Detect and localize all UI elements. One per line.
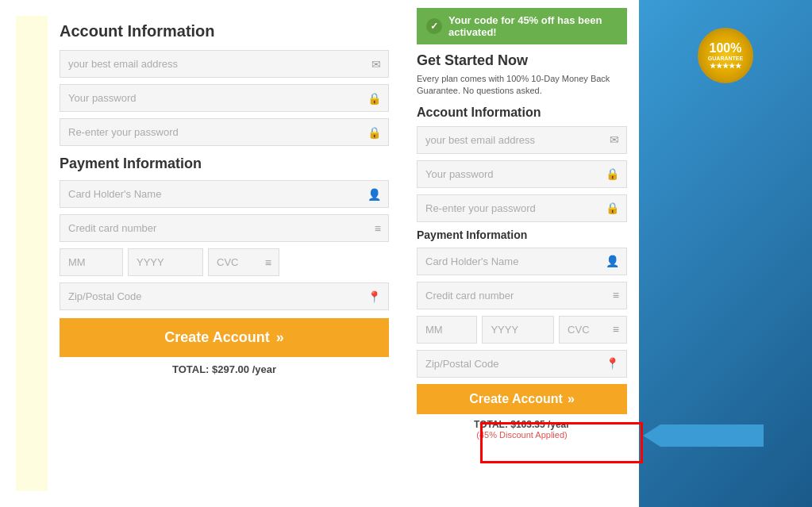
right-total-area: TOTAL: $163.35 /year (45% Discount Appli… bbox=[417, 419, 627, 440]
left-cvc-field[interactable]: ≡ bbox=[208, 248, 279, 276]
right-account-title: Account Information bbox=[417, 106, 627, 120]
location-icon-right: 📍 bbox=[606, 357, 619, 370]
card-icon: ≡ bbox=[375, 222, 381, 235]
left-payment-title: Payment Information bbox=[60, 156, 389, 172]
left-cardnumber-input[interactable] bbox=[60, 214, 389, 242]
left-email-field[interactable]: ✉ bbox=[60, 50, 389, 78]
left-mm-field[interactable] bbox=[60, 248, 123, 276]
left-date-row: ≡ bbox=[60, 248, 389, 276]
right-mm-input[interactable] bbox=[417, 316, 477, 344]
right-panel: ✓ Your code for 45% off has been activat… bbox=[405, 0, 812, 507]
card-icon-right: ≡ bbox=[613, 289, 619, 302]
right-password-field[interactable]: 🔒 bbox=[417, 160, 627, 188]
left-cardnumber-field[interactable]: ≡ bbox=[60, 214, 389, 242]
badge-circle: 100% GUARANTEE ★★★★★ bbox=[698, 28, 753, 83]
right-mm-field[interactable] bbox=[417, 316, 477, 344]
left-yyyy-field[interactable] bbox=[128, 248, 203, 276]
left-password-field[interactable]: 🔒 bbox=[60, 84, 389, 112]
left-zip-input[interactable] bbox=[60, 282, 389, 310]
discount-applied-label: (45% Discount Applied) bbox=[417, 430, 627, 440]
email-icon: ✉ bbox=[371, 58, 381, 71]
location-icon: 📍 bbox=[368, 290, 381, 303]
badge-guarantee: GUARANTEE bbox=[708, 56, 743, 62]
right-zip-input[interactable] bbox=[417, 350, 627, 378]
lock-icon-right: 🔒 bbox=[606, 167, 619, 180]
badge-100: 100% bbox=[710, 40, 742, 56]
left-password-input[interactable] bbox=[60, 84, 389, 112]
check-icon: ✓ bbox=[426, 18, 442, 34]
left-mm-input[interactable] bbox=[60, 248, 123, 276]
right-create-btn-icon: » bbox=[568, 392, 575, 406]
left-cardholder-input[interactable] bbox=[60, 180, 389, 208]
left-create-btn-label: Create Account bbox=[164, 329, 269, 346]
right-password-input[interactable] bbox=[417, 160, 627, 188]
lock-icon-2: 🔒 bbox=[368, 126, 381, 139]
arrow-tip bbox=[643, 424, 660, 447]
right-email-input[interactable] bbox=[417, 126, 627, 154]
right-total: TOTAL: $163.35 /year bbox=[417, 419, 627, 430]
get-started-sub: Every plan comes with 100% 10-Day Money … bbox=[417, 73, 627, 98]
right-cvc-field[interactable]: ≡ bbox=[559, 316, 627, 344]
left-create-account-button[interactable]: Create Account » bbox=[60, 318, 389, 357]
lock-icon-right-2: 🔒 bbox=[606, 202, 619, 214]
blue-arrow bbox=[643, 424, 764, 447]
right-cardnumber-input[interactable] bbox=[417, 282, 627, 309]
right-zip-field[interactable]: 📍 bbox=[417, 350, 627, 378]
right-create-account-button[interactable]: Create Account » bbox=[417, 384, 627, 414]
left-reenter-input[interactable] bbox=[60, 118, 389, 146]
yellow-sidebar bbox=[16, 16, 48, 491]
left-panel: Account Information ✉ 🔒 🔒 Payment Inform… bbox=[0, 0, 405, 507]
left-yyyy-input[interactable] bbox=[128, 248, 203, 276]
right-form-area: ✓ Your code for 45% off has been activat… bbox=[405, 0, 639, 507]
discount-text: Your code for 45% off has been activated… bbox=[448, 14, 618, 38]
right-reenter-field[interactable]: 🔒 bbox=[417, 194, 627, 222]
guarantee-badge: 100% GUARANTEE ★★★★★ bbox=[698, 28, 753, 83]
right-yyyy-field[interactable] bbox=[482, 316, 554, 344]
right-blue-area: 100% GUARANTEE ★★★★★ bbox=[639, 0, 812, 507]
left-zip-field[interactable]: 📍 bbox=[60, 282, 389, 310]
lock-icon: 🔒 bbox=[368, 92, 381, 105]
right-cardnumber-field[interactable]: ≡ bbox=[417, 282, 627, 309]
left-email-input[interactable] bbox=[60, 50, 389, 78]
card-icon-right-2: ≡ bbox=[613, 323, 619, 336]
left-create-btn-icon: » bbox=[276, 329, 284, 346]
arrow-body bbox=[660, 424, 764, 447]
left-reenter-field[interactable]: 🔒 bbox=[60, 118, 389, 146]
person-icon: 👤 bbox=[368, 188, 381, 201]
right-create-btn-label: Create Account bbox=[469, 392, 563, 406]
right-yyyy-input[interactable] bbox=[482, 316, 554, 344]
right-cardholder-field[interactable]: 👤 bbox=[417, 248, 627, 275]
left-total: TOTAL: $297.00 /year bbox=[60, 363, 389, 375]
person-icon-right: 👤 bbox=[606, 255, 619, 267]
email-icon-right: ✉ bbox=[610, 133, 619, 146]
left-form-content: Account Information ✉ 🔒 🔒 Payment Inform… bbox=[60, 16, 405, 491]
card-icon-2: ≡ bbox=[265, 256, 271, 269]
left-cardholder-field[interactable]: 👤 bbox=[60, 180, 389, 208]
left-account-title: Account Information bbox=[60, 22, 389, 40]
get-started-section: Get Started Now Every plan comes with 10… bbox=[417, 52, 627, 98]
badge-stars: ★★★★★ bbox=[710, 62, 741, 71]
right-payment-title: Payment Information bbox=[417, 229, 627, 241]
discount-banner: ✓ Your code for 45% off has been activat… bbox=[417, 8, 627, 44]
right-date-row: ≡ bbox=[417, 316, 627, 344]
right-cardholder-input[interactable] bbox=[417, 248, 627, 275]
get-started-title: Get Started Now bbox=[417, 52, 627, 69]
right-email-field[interactable]: ✉ bbox=[417, 126, 627, 154]
right-reenter-input[interactable] bbox=[417, 194, 627, 222]
